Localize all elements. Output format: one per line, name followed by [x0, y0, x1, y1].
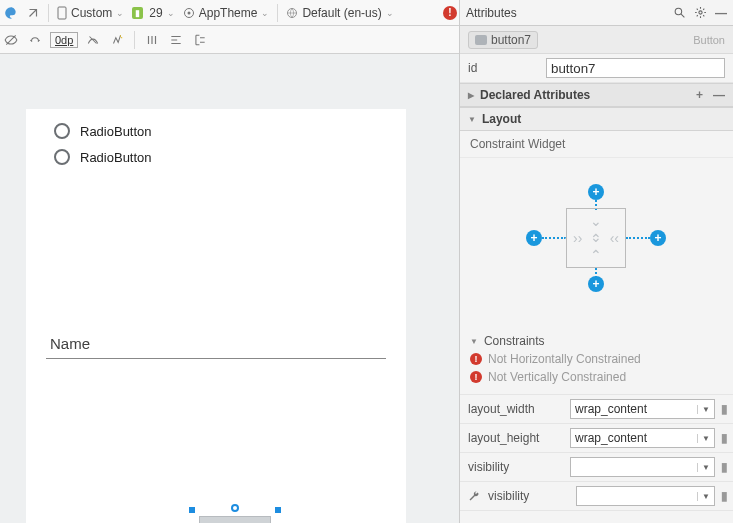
add-constraint-left-icon[interactable]: + — [526, 230, 542, 246]
svg-line-9 — [681, 14, 684, 17]
resize-handle-nw[interactable] — [189, 507, 195, 513]
gear-icon[interactable] — [694, 6, 707, 20]
resource-picker-icon[interactable]: ▮ — [721, 430, 725, 446]
design-canvas[interactable]: RadioButton RadioButton Name — [0, 54, 459, 523]
add-constraint-bottom-icon[interactable]: + — [588, 276, 604, 292]
add-constraint-right-icon[interactable]: + — [650, 230, 666, 246]
component-chip-row: button7 Button — [460, 26, 733, 54]
resource-picker-icon[interactable]: ▮ — [721, 488, 725, 504]
constraint-widget-label: Constraint Widget — [460, 131, 733, 158]
orientation-icon[interactable] — [24, 4, 42, 22]
name-textfield[interactable]: Name — [46, 335, 386, 359]
visibility-combo[interactable]: ▼ — [570, 457, 715, 477]
wrap-left-icon: ›› — [573, 230, 582, 246]
component-name: button7 — [491, 33, 531, 47]
constraint-widget[interactable]: + + + + ›› ‹‹ ⌄⌄ ⌃⌃ — [460, 158, 733, 328]
search-icon[interactable] — [673, 6, 686, 20]
svg-point-7 — [121, 37, 122, 38]
chevron-down-icon: ⌄ — [261, 8, 269, 18]
component-chip[interactable]: button7 — [468, 31, 538, 49]
attr-label: visibility — [468, 460, 564, 474]
guidelines-icon[interactable] — [191, 31, 209, 49]
warning-vertical: ! Not Vertically Constrained — [460, 368, 733, 395]
chevron-down-icon: ▼ — [468, 115, 476, 124]
attr-label: layout_width — [468, 402, 564, 416]
component-type: Button — [693, 34, 725, 46]
wrap-bottom-icon: ⌃⌃ — [590, 231, 602, 263]
radio-button-2[interactable]: RadioButton — [54, 149, 406, 165]
layout-height-combo[interactable]: wrap_content ▼ — [570, 428, 715, 448]
attributes-panel: Attributes — button7 Button id — [460, 0, 733, 523]
separator — [48, 4, 49, 22]
radio-icon — [54, 123, 70, 139]
svg-point-10 — [699, 10, 702, 13]
layout-height-row: layout_height wrap_content ▼ ▮ — [460, 424, 733, 453]
hide-panel-icon[interactable]: — — [715, 6, 727, 20]
separator — [277, 4, 278, 22]
constraint-toolbar: 0dp — [0, 26, 459, 54]
constraints-subsection[interactable]: ▼ Constraints — [460, 328, 733, 350]
infer-constraints-icon[interactable] — [108, 31, 126, 49]
constraint-handle-top[interactable] — [231, 504, 239, 512]
view-options-icon[interactable] — [2, 31, 20, 49]
textfield-label: Name — [50, 335, 90, 352]
remove-attribute-icon[interactable]: — — [713, 88, 725, 102]
align-icon[interactable] — [167, 31, 185, 49]
combo-value: wrap_content — [575, 402, 647, 416]
theme-label: AppTheme — [199, 6, 258, 20]
warning-text: Not Horizontally Constrained — [488, 352, 641, 366]
attr-label: visibility — [488, 489, 570, 503]
device-label: Custom — [71, 6, 112, 20]
id-attribute-row: id — [460, 54, 733, 83]
theme-selector[interactable]: AppTheme ⌄ — [181, 6, 272, 20]
declared-attributes-section[interactable]: ▶ Declared Attributes + — — [460, 83, 733, 107]
api-label: 29 — [149, 6, 162, 20]
error-badge-icon[interactable]: ! — [443, 6, 457, 20]
layout-section[interactable]: ▼ Layout — [460, 107, 733, 131]
locale-selector[interactable]: Default (en-us) ⌄ — [284, 6, 395, 20]
palette-icon[interactable] — [2, 4, 20, 22]
radio-label: RadioButton — [80, 124, 152, 139]
chevron-down-icon: ▼ — [697, 405, 710, 414]
dotted-line — [542, 237, 566, 239]
clear-constraints-icon[interactable] — [84, 31, 102, 49]
visibility-row: visibility ▼ ▮ — [460, 453, 733, 482]
radio-label: RadioButton — [80, 150, 152, 165]
add-attribute-icon[interactable]: + — [696, 88, 703, 102]
resize-handle-ne[interactable] — [275, 507, 281, 513]
default-margin-value: 0dp — [55, 34, 73, 46]
chevron-down-icon: ⌄ — [386, 8, 394, 18]
locale-label: Default (en-us) — [302, 6, 381, 20]
button-component[interactable]: BUTTON — [199, 516, 271, 523]
pack-icon[interactable] — [143, 31, 161, 49]
api-selector[interactable]: ▮ 29 ⌄ — [130, 6, 176, 20]
autoconnect-icon[interactable] — [26, 31, 44, 49]
tools-visibility-combo[interactable]: ▼ — [576, 486, 715, 506]
selected-component[interactable]: BUTTON — [192, 510, 278, 523]
layout-width-combo[interactable]: wrap_content ▼ — [570, 399, 715, 419]
radio-button-1[interactable]: RadioButton — [54, 123, 406, 139]
warning-horizontal: ! Not Horizontally Constrained — [460, 350, 733, 368]
svg-point-6 — [120, 35, 121, 36]
add-constraint-top-icon[interactable]: + — [588, 184, 604, 200]
resource-picker-icon[interactable]: ▮ — [721, 459, 725, 475]
svg-point-8 — [675, 8, 682, 15]
resource-picker-icon[interactable]: ▮ — [721, 401, 725, 417]
device-selector[interactable]: Custom ⌄ — [55, 6, 126, 20]
button-icon — [475, 35, 487, 45]
attributes-title: Attributes — [466, 6, 517, 20]
attr-label: layout_height — [468, 431, 564, 445]
layout-width-row: layout_width wrap_content ▼ ▮ — [460, 395, 733, 424]
wrap-right-icon: ‹‹ — [610, 230, 619, 246]
chevron-right-icon: ▶ — [468, 91, 474, 100]
radio-icon — [54, 149, 70, 165]
tools-visibility-row: visibility ▼ ▮ — [460, 482, 733, 511]
id-input[interactable] — [546, 58, 725, 78]
dotted-line — [626, 237, 650, 239]
constraints-label: Constraints — [484, 334, 545, 348]
error-icon: ! — [470, 353, 482, 365]
device-frame: RadioButton RadioButton Name — [26, 109, 406, 523]
default-margin-button[interactable]: 0dp — [50, 32, 78, 48]
constraint-box[interactable]: ›› ‹‹ ⌄⌄ ⌃⌃ — [566, 208, 626, 268]
svg-point-2 — [187, 11, 190, 14]
